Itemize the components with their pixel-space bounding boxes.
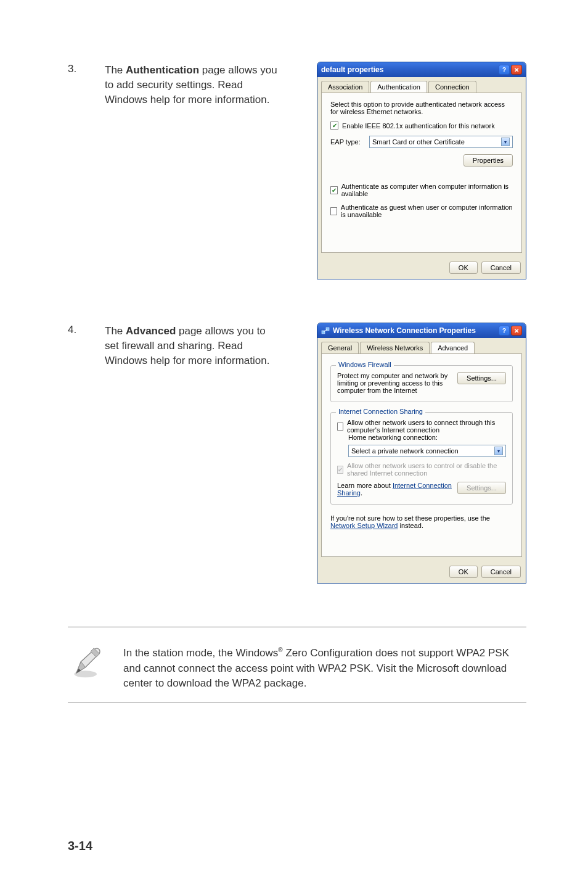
row-auth-guest: ✔ Authenticate as guest when user or com… (330, 204, 513, 218)
group-title: Internet Connection Sharing (336, 408, 425, 415)
tab-authentication[interactable]: Authentication (370, 81, 427, 93)
checkbox-label: Allow other network users to connect thr… (347, 419, 506, 434)
text: If you're not sure how to set these prop… (330, 514, 490, 522)
default-properties-dialog: default properties ? ✕ Association Authe… (317, 62, 526, 279)
checkbox-icon[interactable]: ✔ (330, 207, 337, 215)
description: Select this option to provide authentica… (330, 101, 513, 115)
checkbox-icon[interactable]: ✔ (330, 186, 338, 194)
cancel-button[interactable]: Cancel (481, 566, 521, 578)
eap-label: EAP type: (330, 138, 364, 146)
help-text: If you're not sure how to set these prop… (330, 514, 513, 529)
tab-body: Select this option to provide authentica… (321, 93, 522, 253)
checkbox-label: Authenticate as guest when user or compu… (341, 204, 513, 218)
text: The (105, 325, 126, 337)
windows-firewall-group: Windows Firewall Protect my computer and… (330, 365, 513, 402)
tab-connection[interactable]: Connection (428, 81, 476, 93)
checkbox-label: Enable IEEE 802.1x authentication for th… (342, 122, 495, 130)
eap-type-select[interactable]: Smart Card or other Certificate ▾ (369, 136, 513, 148)
dialog-footer: OK Cancel (317, 561, 526, 583)
step-number: 3. (68, 62, 86, 75)
properties-button[interactable]: Properties (463, 154, 513, 167)
note-pencil-icon (70, 646, 104, 680)
home-networking-select[interactable]: Select a private network connection ▾ (348, 445, 506, 457)
firewall-settings-button[interactable]: Settings... (457, 372, 506, 384)
tab-general[interactable]: General (321, 342, 359, 353)
dialog-footer: OK Cancel (317, 257, 526, 279)
text: In the station mode, the Windows (123, 647, 278, 659)
chevron-down-icon: ▾ (494, 447, 503, 455)
wireless-connection-properties-dialog: Wireless Network Connection Properties ?… (317, 323, 526, 584)
tab-association[interactable]: Association (321, 81, 369, 93)
page-number: 3-14 (68, 839, 92, 853)
connection-icon (321, 326, 330, 335)
step-3: 3. The Authentication page allows you to… (68, 62, 526, 279)
checkbox-icon[interactable]: ✔ (337, 423, 343, 431)
home-networking-label: Home networking connection: (348, 434, 506, 441)
tabs: General Wireless Networks Advanced (317, 338, 526, 353)
text: The (105, 64, 126, 76)
checkbox-icon: ✔ (337, 466, 343, 474)
divider (68, 703, 526, 703)
group-title: Windows Firewall (336, 361, 394, 368)
dialog-title: default properties (321, 65, 499, 74)
tab-advanced[interactable]: Advanced (431, 342, 475, 353)
note: In the station mode, the Windows® Zero C… (68, 646, 526, 691)
note-text: In the station mode, the Windows® Zero C… (123, 646, 526, 691)
tabs: Association Authentication Connection (317, 77, 526, 93)
checkbox-icon[interactable]: ✔ (330, 122, 338, 130)
ok-button[interactable]: OK (449, 566, 478, 578)
close-icon[interactable]: ✕ (511, 326, 522, 336)
eap-type-row: EAP type: Smart Card or other Certificat… (330, 136, 513, 148)
step-4-text: The Advanced page allows you to set fire… (105, 323, 277, 368)
learn-more-text: Learn more about Internet Connection Sha… (337, 482, 452, 497)
row-allow-connect: ✔ Allow other network users to connect t… (337, 419, 506, 434)
titlebar: Wireless Network Connection Properties ?… (317, 323, 526, 338)
cancel-button[interactable]: Cancel (481, 262, 521, 274)
ics-settings-button: Settings... (457, 482, 506, 494)
select-value: Smart Card or other Certificate (372, 138, 465, 146)
text: . (361, 489, 362, 497)
ok-button[interactable]: OK (449, 262, 478, 274)
step-number: 4. (68, 323, 86, 336)
text-bold: Advanced (126, 325, 176, 337)
tab-wireless-networks[interactable]: Wireless Networks (360, 342, 430, 353)
dialog-title: Wireless Network Connection Properties (333, 326, 499, 335)
titlebar: default properties ? ✕ (317, 62, 526, 77)
checkbox-label: Allow other network users to control or … (347, 462, 506, 477)
help-icon[interactable]: ? (499, 326, 510, 336)
help-icon[interactable]: ? (499, 65, 510, 75)
row-allow-control: ✔ Allow other network users to control o… (337, 462, 506, 477)
step-4: 4. The Advanced page allows you to set f… (68, 323, 526, 584)
divider (68, 627, 526, 627)
tab-body: Windows Firewall Protect my computer and… (321, 353, 522, 557)
text: Learn more about (337, 482, 393, 489)
text-bold: Authentication (126, 64, 199, 76)
row-enable-8021x: ✔ Enable IEEE 802.1x authentication for … (330, 122, 513, 130)
registered-mark: ® (278, 646, 282, 653)
close-icon[interactable]: ✕ (511, 65, 522, 75)
text: instead. (398, 522, 423, 529)
chevron-down-icon: ▾ (501, 138, 510, 146)
ics-group: Internet Connection Sharing ✔ Allow othe… (330, 412, 513, 505)
firewall-description: Protect my computer and network by limit… (337, 372, 452, 394)
row-auth-computer: ✔ Authenticate as computer when computer… (330, 183, 513, 197)
checkbox-label: Authenticate as computer when computer i… (341, 183, 513, 197)
step-4-image: Wireless Network Connection Properties ?… (296, 323, 526, 584)
step-3-image: default properties ? ✕ Association Authe… (296, 62, 526, 279)
network-setup-wizard-link[interactable]: Network Setup Wizard (330, 522, 398, 529)
step-3-text: The Authentication page allows you to ad… (105, 62, 277, 107)
select-value: Select a private network connection (351, 447, 459, 455)
